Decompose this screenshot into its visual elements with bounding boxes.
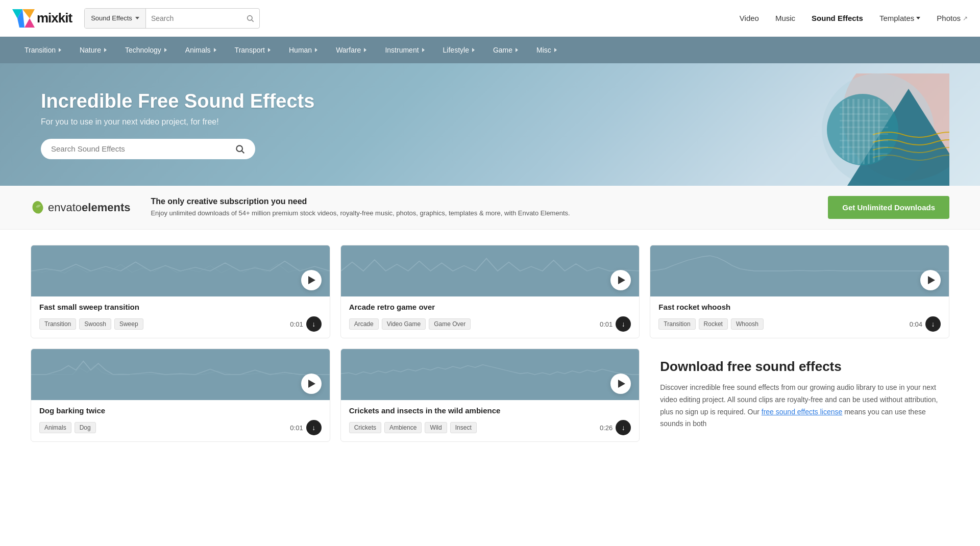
download-button-5[interactable]: ↓ bbox=[616, 420, 631, 435]
main-content: Fast small sweep transition Transition S… bbox=[0, 230, 980, 457]
download-arrow-icon-5: ↓ bbox=[622, 424, 625, 431]
svg-rect-25 bbox=[840, 127, 888, 128]
svg-rect-21 bbox=[878, 99, 880, 165]
tag-insect[interactable]: Insect bbox=[450, 422, 477, 433]
cat-misc[interactable]: Misc bbox=[528, 43, 565, 57]
nav-photos[interactable]: Photos ↗ bbox=[937, 14, 968, 22]
cat-nature[interactable]: Nature bbox=[71, 43, 115, 57]
cat-game-arrow bbox=[516, 48, 518, 52]
sound-card-4: Dog barking twice Animals Dog 0:01 ↓ bbox=[31, 349, 330, 442]
tag-sweep-1[interactable]: Sweep bbox=[114, 318, 143, 330]
cat-lifestyle[interactable]: Lifestyle bbox=[435, 43, 483, 57]
svg-line-5 bbox=[252, 20, 254, 22]
cat-warfare[interactable]: Warfare bbox=[328, 43, 375, 57]
play-triangle-3 bbox=[928, 276, 935, 284]
download-button-3[interactable]: ↓ bbox=[925, 316, 941, 332]
envato-cta-button[interactable]: Get Unlimited Downloads bbox=[828, 196, 949, 219]
envato-leaf-icon bbox=[31, 200, 45, 215]
cat-game[interactable]: Game bbox=[485, 43, 526, 57]
sound-card-5: Crickets and insects in the wild ambienc… bbox=[340, 349, 640, 442]
search-category-dropdown[interactable]: Sound Effects bbox=[85, 9, 146, 28]
hero-search-input[interactable] bbox=[51, 144, 230, 153]
play-button-3[interactable] bbox=[920, 270, 941, 290]
cat-instrument[interactable]: Instrument bbox=[377, 43, 432, 57]
cat-animals-arrow bbox=[214, 48, 216, 52]
cat-transport[interactable]: Transport bbox=[227, 43, 279, 57]
tag-animals[interactable]: Animals bbox=[39, 422, 71, 433]
nav-video[interactable]: Video bbox=[740, 14, 759, 22]
svg-rect-29 bbox=[840, 153, 888, 155]
card-title-4: Dog barking twice bbox=[39, 406, 322, 415]
search-input[interactable] bbox=[151, 14, 243, 22]
cat-animals[interactable]: Animals bbox=[177, 43, 225, 57]
svg-rect-18 bbox=[863, 99, 865, 165]
hero-subtitle: For you to use in your next video projec… bbox=[41, 117, 314, 127]
tag-swoosh-1[interactable]: Swoosh bbox=[79, 318, 111, 330]
cat-misc-arrow bbox=[554, 48, 557, 52]
svg-rect-14 bbox=[842, 99, 844, 165]
download-button-1[interactable]: ↓ bbox=[306, 316, 322, 332]
card-waveform-4 bbox=[31, 349, 330, 400]
play-triangle-1 bbox=[308, 276, 315, 284]
tag-videogame[interactable]: Video Game bbox=[382, 318, 426, 330]
download-arrow-icon-2: ↓ bbox=[622, 320, 625, 328]
envato-tagline: The only creative subscription you need bbox=[151, 197, 807, 206]
card-tags-row-5: Crickets Ambience Wild Insect 0:26 ↓ bbox=[349, 420, 631, 435]
tag-transition-1[interactable]: Transition bbox=[39, 318, 76, 330]
card-tags-4: Animals Dog bbox=[39, 422, 287, 433]
card-info-2: Arcade retro game over Arcade Video Game… bbox=[341, 296, 640, 338]
cat-technology[interactable]: Technology bbox=[117, 43, 175, 57]
download-arrow-icon-4: ↓ bbox=[312, 424, 315, 431]
cat-human[interactable]: Human bbox=[281, 43, 326, 57]
cat-human-arrow bbox=[315, 48, 317, 52]
svg-rect-16 bbox=[852, 99, 854, 165]
tag-ambience[interactable]: Ambience bbox=[384, 422, 422, 433]
search-input-wrap bbox=[146, 14, 259, 22]
envato-description: Enjoy unlimited downloads of 54+ million… bbox=[151, 208, 807, 218]
card-tags-3: Transition Rocket Whoosh bbox=[658, 318, 906, 330]
envato-copy: The only creative subscription you need … bbox=[151, 197, 807, 218]
card-info-5: Crickets and insects in the wild ambienc… bbox=[341, 400, 640, 441]
envato-logo: envatoelements bbox=[31, 200, 130, 215]
tag-wild[interactable]: Wild bbox=[425, 422, 447, 433]
play-button-4[interactable] bbox=[301, 374, 322, 394]
nav-music[interactable]: Music bbox=[775, 14, 795, 22]
card-waveform-3 bbox=[650, 245, 949, 296]
svg-rect-26 bbox=[840, 133, 888, 135]
tag-rocket[interactable]: Rocket bbox=[699, 318, 728, 330]
waveform-svg-2 bbox=[341, 253, 640, 289]
download-text-title: Download free sound effects bbox=[660, 359, 939, 375]
download-text-body: Discover incredible free sound effects f… bbox=[660, 382, 939, 430]
download-button-2[interactable]: ↓ bbox=[616, 316, 631, 332]
tag-crickets[interactable]: Crickets bbox=[349, 422, 381, 433]
logo-text: mixkit bbox=[37, 10, 72, 26]
card-title-3: Fast rocket whoosh bbox=[658, 303, 941, 311]
svg-rect-27 bbox=[840, 140, 888, 141]
tag-transition-3[interactable]: Transition bbox=[658, 318, 695, 330]
envato-logo-text: envatoelements bbox=[48, 201, 130, 214]
waveform-svg-3 bbox=[650, 253, 949, 289]
tag-whoosh[interactable]: Whoosh bbox=[731, 318, 764, 330]
play-triangle-2 bbox=[618, 276, 625, 284]
play-button-1[interactable] bbox=[301, 270, 322, 290]
tag-arcade[interactable]: Arcade bbox=[349, 318, 379, 330]
tag-dog[interactable]: Dog bbox=[75, 422, 96, 433]
hero-title: Incredible Free Sound Effects bbox=[41, 90, 314, 112]
hero-search-icon bbox=[235, 144, 245, 154]
svg-rect-24 bbox=[840, 120, 888, 121]
download-button-4[interactable]: ↓ bbox=[306, 420, 322, 435]
nav-templates[interactable]: Templates bbox=[879, 14, 920, 22]
envato-banner: envatoelements The only creative subscri… bbox=[0, 186, 980, 230]
logo-icon bbox=[12, 9, 35, 28]
free-sound-effects-link[interactable]: free sound effects license bbox=[762, 408, 843, 416]
nav-sound-effects[interactable]: Sound Effects bbox=[812, 14, 863, 22]
tag-gameover[interactable]: Game Over bbox=[429, 318, 471, 330]
svg-marker-2 bbox=[22, 9, 35, 18]
card-tags-row-3: Transition Rocket Whoosh 0:04 ↓ bbox=[658, 316, 941, 332]
cat-transition[interactable]: Transition bbox=[16, 43, 69, 57]
card-tags-1: Transition Swoosh Sweep bbox=[39, 318, 287, 330]
logo[interactable]: mixkit bbox=[12, 9, 72, 28]
play-triangle-5 bbox=[618, 380, 625, 388]
search-bar: Sound Effects bbox=[84, 8, 260, 29]
search-icon bbox=[246, 14, 254, 22]
